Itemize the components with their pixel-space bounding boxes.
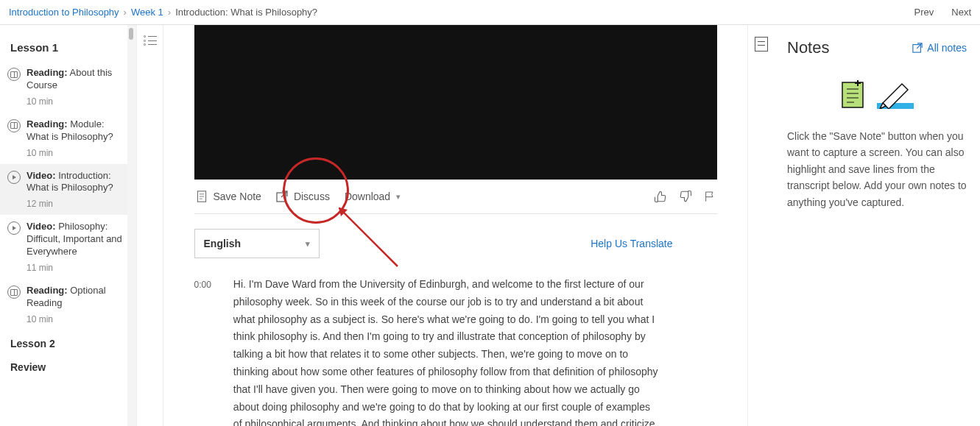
feedback-controls: [654, 190, 716, 203]
breadcrumb-course[interactable]: Introduction to Philosophy: [9, 7, 119, 18]
prev-button[interactable]: Prev: [914, 7, 934, 18]
external-link-icon: [912, 43, 923, 53]
chevron-right-icon: ›: [168, 7, 171, 18]
next-button[interactable]: Next: [951, 7, 971, 18]
sidebar-item-video-intro[interactable]: Video: Introduction: What is Philosophy?: [0, 164, 136, 198]
sidebar-item-duration: 10 min: [0, 146, 136, 164]
breadcrumb-current: Introduction: What is Philosophy?: [175, 7, 317, 18]
chevron-right-icon: ›: [124, 7, 127, 18]
list-toggle-icon[interactable]: [144, 35, 157, 46]
thumbs-up-icon[interactable]: [654, 190, 667, 203]
sidebar-item-reading-optional[interactable]: Reading: Optional Reading: [0, 279, 136, 313]
note-icon: [196, 191, 208, 202]
sidebar-item-label: Video: Philosophy: Difficult, Important …: [27, 221, 129, 258]
external-link-icon: [276, 191, 288, 202]
language-select[interactable]: English ▾: [194, 229, 320, 258]
sidebar-item-reading-about[interactable]: Reading: About this Course: [0, 61, 136, 95]
sidebar-item-duration: 10 min: [0, 313, 136, 330]
save-note-button[interactable]: Save Note: [196, 191, 261, 202]
reading-icon: [7, 119, 21, 132]
sidebar-scrollbar[interactable]: [127, 25, 136, 426]
lesson-sidebar: Lesson 1 Reading: About this Course 10 m…: [0, 25, 137, 426]
chevron-down-icon: ▾: [396, 192, 401, 202]
language-row: English ▾ Help Us Translate: [194, 229, 717, 258]
svg-rect-8: [842, 82, 863, 107]
play-icon: [7, 171, 21, 184]
sidebar-item-label: Reading: Module: What is Philosophy?: [27, 118, 129, 143]
notes-illustration: [787, 78, 967, 109]
nav-controls: Prev Next: [914, 7, 971, 18]
thumbs-down-icon[interactable]: [679, 190, 692, 203]
sidebar-item-duration: 12 min: [0, 197, 136, 215]
download-button[interactable]: Download ▾: [345, 191, 401, 202]
transcript-timestamp[interactable]: 0:00: [194, 276, 211, 426]
sidebar-item-label: Reading: About this Course: [27, 67, 129, 92]
chevron-down-icon: ▾: [306, 239, 310, 249]
sidebar-item-label: Video: Introduction: What is Philosophy?: [27, 170, 129, 195]
breadcrumb-bar: Introduction to Philosophy › Week 1 › In…: [0, 0, 980, 25]
notes-hint-text: Click the "Save Note" button when you wa…: [787, 128, 967, 210]
note-page-icon: [840, 78, 867, 109]
breadcrumb-week[interactable]: Week 1: [131, 7, 163, 18]
sidebar-toggle-rail: [137, 25, 163, 426]
notes-toggle-icon[interactable]: [755, 37, 768, 52]
sidebar-item-duration: 11 min: [0, 261, 136, 279]
pencil-highlight-icon: [877, 78, 914, 109]
review-heading: Review: [0, 354, 136, 377]
notes-toggle-rail: [747, 25, 774, 426]
sidebar-item-duration: 10 min: [0, 95, 136, 113]
all-notes-link[interactable]: All notes: [912, 42, 967, 54]
help-translate-link[interactable]: Help Us Translate: [591, 238, 672, 249]
sidebar-item-video-difficult[interactable]: Video: Philosophy: Difficult, Important …: [0, 215, 136, 261]
breadcrumb: Introduction to Philosophy › Week 1 › In…: [9, 7, 317, 18]
play-icon: [7, 221, 21, 235]
sidebar-item-reading-module[interactable]: Reading: Module: What is Philosophy?: [0, 113, 136, 146]
reading-icon: [7, 285, 21, 299]
video-toolbar: Save Note Discuss Download ▾: [194, 180, 717, 214]
flag-icon[interactable]: [704, 190, 716, 203]
reading-icon: [7, 68, 21, 81]
main-content: Save Note Discuss Download ▾: [163, 25, 747, 426]
lesson-2-heading: Lesson 2: [0, 330, 136, 354]
svg-marker-6: [339, 207, 348, 216]
discuss-button[interactable]: Discuss: [276, 191, 330, 202]
transcript-body[interactable]: Hi. I'm Dave Ward from the University of…: [233, 276, 660, 426]
lesson-1-heading: Lesson 1: [0, 31, 136, 61]
notes-title: Notes: [787, 38, 829, 57]
transcript: 0:00 Hi. I'm Dave Ward from the Universi…: [194, 276, 717, 426]
notes-panel: Notes All notes Click the "Save: [774, 25, 980, 426]
video-player[interactable]: [194, 25, 717, 180]
sidebar-item-label: Reading: Optional Reading: [27, 285, 129, 310]
